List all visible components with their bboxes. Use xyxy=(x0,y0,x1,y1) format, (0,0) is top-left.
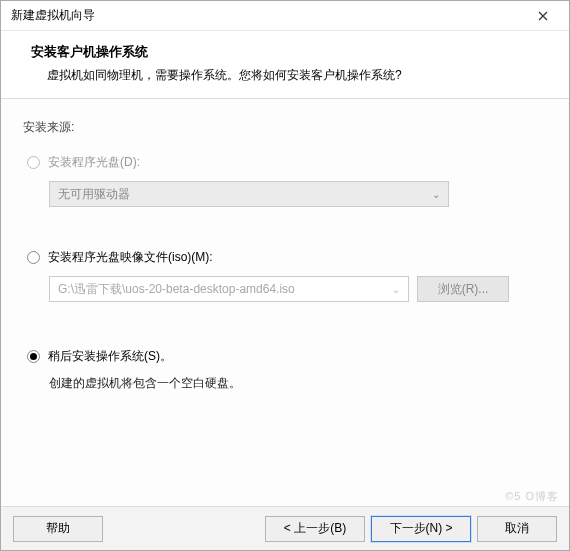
cancel-button[interactable]: 取消 xyxy=(477,516,557,542)
close-icon[interactable] xyxy=(523,2,563,30)
chevron-down-icon: ⌄ xyxy=(432,189,440,200)
radio-install-later[interactable]: 稍后安装操作系统(S)。 xyxy=(27,348,549,365)
option-later-group: 稍后安装操作系统(S)。 创建的虚拟机将包含一个空白硬盘。 xyxy=(23,348,549,392)
radio-icon xyxy=(27,350,40,363)
drive-combo[interactable]: 无可用驱动器 ⌄ xyxy=(49,181,449,207)
iso-path-text: G:\迅雷下载\uos-20-beta-desktop-amd64.iso xyxy=(58,281,295,298)
later-description: 创建的虚拟机将包含一个空白硬盘。 xyxy=(49,375,549,392)
header-description: 虚拟机如同物理机，需要操作系统。您将如何安装客户机操作系统? xyxy=(31,67,551,84)
window-title: 新建虚拟机向导 xyxy=(11,7,523,24)
iso-path-combo[interactable]: G:\迅雷下载\uos-20-beta-desktop-amd64.iso ⌄ xyxy=(49,276,409,302)
radio-install-disc[interactable]: 安装程序光盘(D): xyxy=(27,154,549,171)
next-button[interactable]: 下一步(N) > xyxy=(371,516,471,542)
iso-row: G:\迅雷下载\uos-20-beta-desktop-amd64.iso ⌄ … xyxy=(49,276,549,302)
radio-icon xyxy=(27,156,40,169)
option-iso-group: 安装程序光盘映像文件(iso)(M): G:\迅雷下载\uos-20-beta-… xyxy=(23,249,549,302)
help-button[interactable]: 帮助 xyxy=(13,516,103,542)
option-disc-group: 安装程序光盘(D): 无可用驱动器 ⌄ xyxy=(23,154,549,207)
drive-combo-text: 无可用驱动器 xyxy=(58,186,130,203)
browse-button[interactable]: 浏览(R)... xyxy=(417,276,509,302)
radio-disc-label: 安装程序光盘(D): xyxy=(48,154,140,171)
radio-icon xyxy=(27,251,40,264)
wizard-footer: 帮助 < 上一步(B) 下一步(N) > 取消 xyxy=(1,506,569,550)
chevron-down-icon: ⌄ xyxy=(392,284,400,295)
titlebar: 新建虚拟机向导 xyxy=(1,1,569,31)
back-button[interactable]: < 上一步(B) xyxy=(265,516,365,542)
wizard-window: 新建虚拟机向导 安装客户机操作系统 虚拟机如同物理机，需要操作系统。您将如何安装… xyxy=(0,0,570,551)
radio-iso-label: 安装程序光盘映像文件(iso)(M): xyxy=(48,249,213,266)
radio-install-iso[interactable]: 安装程序光盘映像文件(iso)(M): xyxy=(27,249,549,266)
radio-later-label: 稍后安装操作系统(S)。 xyxy=(48,348,172,365)
wizard-body: 安装来源: 安装程序光盘(D): 无可用驱动器 ⌄ 安装程序光盘映像文件(iso… xyxy=(1,99,569,506)
source-label: 安装来源: xyxy=(23,119,549,136)
header-title: 安装客户机操作系统 xyxy=(31,43,551,61)
wizard-header: 安装客户机操作系统 虚拟机如同物理机，需要操作系统。您将如何安装客户机操作系统? xyxy=(1,31,569,99)
